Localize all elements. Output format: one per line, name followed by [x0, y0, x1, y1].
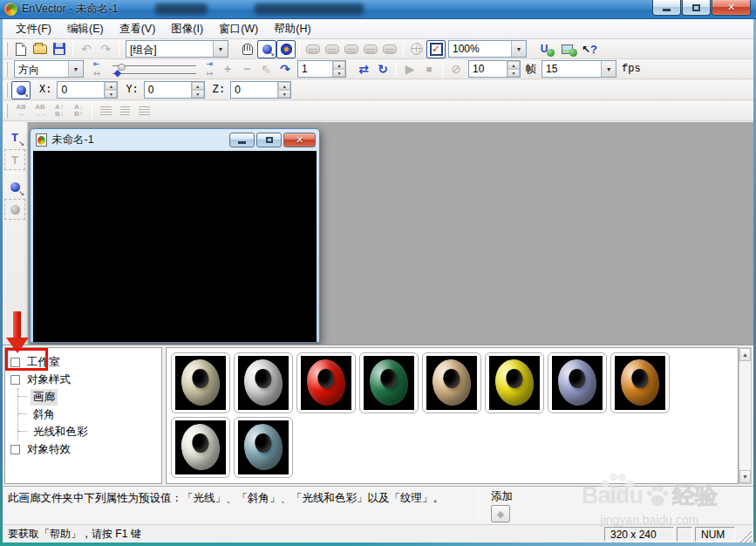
length-spinner[interactable]: 10 ▲▼: [468, 60, 521, 78]
menu-help[interactable]: 帮助(H): [266, 19, 318, 39]
record-button[interactable]: ⊘: [446, 60, 466, 78]
kerning-button[interactable]: AB →←: [31, 102, 50, 120]
maximize-button[interactable]: [682, 0, 711, 16]
spin-down-icon[interactable]: ▼: [105, 90, 117, 98]
doc-minimize-button[interactable]: [229, 133, 255, 147]
toolbar-grip[interactable]: [5, 42, 8, 57]
spin-down-icon[interactable]: ▼: [333, 69, 345, 77]
spin-up-icon[interactable]: ▲: [192, 82, 204, 90]
redo-button[interactable]: ↷: [96, 40, 115, 58]
dropdown-arrow-icon[interactable]: ▼: [68, 61, 83, 77]
menu-window[interactable]: 窗口(W): [211, 19, 266, 39]
gallery-item-cream-ring[interactable]: [171, 352, 230, 413]
export-url-button[interactable]: U: [535, 40, 554, 58]
gallery-item-periwinkle-ring[interactable]: [548, 352, 607, 413]
minimize-button[interactable]: [652, 0, 681, 16]
stop-button[interactable]: ■: [419, 60, 439, 78]
motion-path-button[interactable]: ↷: [276, 60, 295, 78]
slider-track-bottom[interactable]: [112, 73, 196, 74]
undo-button[interactable]: ↶: [77, 40, 96, 58]
menu-file[interactable]: 文件(F): [8, 19, 59, 39]
z-spinner[interactable]: 0 ▲▼: [230, 81, 291, 99]
web-preview-button[interactable]: [407, 40, 426, 58]
tree-expander-icon[interactable]: [10, 375, 20, 385]
toolbar-grip[interactable]: [5, 62, 8, 77]
close-button[interactable]: ✕: [712, 0, 751, 16]
gallery-scrollbar[interactable]: ▲ ▼: [739, 347, 752, 484]
clear-keyframes-button[interactable]: ⇖: [256, 60, 276, 78]
gallery-item-orange-ring[interactable]: [610, 352, 670, 413]
edit-text-button[interactable]: T: [4, 149, 25, 170]
spin-down-icon[interactable]: ▼: [278, 90, 290, 98]
y-spinner[interactable]: 0 ▲▼: [144, 81, 205, 99]
scroll-down-button[interactable]: ▼: [739, 470, 751, 483]
dropdown-arrow-icon[interactable]: ▼: [213, 41, 228, 57]
position-mode-button[interactable]: ↘: [11, 81, 31, 99]
dropdown-arrow-icon[interactable]: ▼: [511, 41, 526, 57]
spin-down-icon[interactable]: ▼: [192, 90, 204, 98]
insert-text-button[interactable]: T↘: [4, 126, 25, 147]
gallery-item-steelblue-ring[interactable]: [234, 417, 293, 478]
tree-item-studio[interactable]: 工作室: [10, 353, 160, 371]
spin-up-icon[interactable]: ▲: [105, 82, 117, 90]
tree-item-gallery[interactable]: 画廊: [18, 388, 160, 406]
document-title-bar[interactable]: 未命名-1 ✕: [31, 129, 319, 151]
timeline-slider[interactable]: ◆: [102, 60, 205, 78]
zoom-object-button[interactable]: [276, 40, 296, 58]
letter-spacing-button[interactable]: AB ↔: [11, 102, 31, 120]
doc-restore-button[interactable]: [256, 133, 282, 147]
new-button[interactable]: [11, 40, 31, 58]
gallery-item-gold-ring[interactable]: [422, 352, 481, 413]
frame-spinner[interactable]: 1 ▲▼: [297, 60, 346, 78]
loop-button[interactable]: ⇄: [354, 60, 373, 78]
spin-up-icon[interactable]: ▲: [507, 61, 520, 69]
save-button[interactable]: [50, 40, 69, 58]
render-mode-3-button[interactable]: [342, 40, 361, 58]
gallery-item-green-ring[interactable]: [359, 352, 419, 413]
context-help-button[interactable]: ↖?: [580, 40, 599, 58]
rotate-loop-button[interactable]: ↻: [373, 60, 392, 78]
menu-view[interactable]: 查看(V): [112, 19, 164, 39]
tree-item-bevel[interactable]: 斜角: [18, 406, 160, 423]
jump-fwd-icon[interactable]: ↦: [207, 70, 214, 78]
gallery-item-pearl-ring[interactable]: [171, 417, 230, 478]
direction-combo[interactable]: 方向 ▼: [14, 60, 84, 78]
step-end-icon[interactable]: ⇥: [207, 60, 214, 68]
baseline-down-button[interactable]: A↓ B↑: [69, 102, 88, 120]
tree-item-light-color[interactable]: 光线和色彩: [18, 423, 160, 440]
align-right-button[interactable]: [134, 102, 153, 120]
antialias-toggle-button[interactable]: ✓: [426, 40, 446, 58]
baseline-up-button[interactable]: A↑ B↓: [50, 102, 69, 120]
step-fwd-group[interactable]: ⇥ ↦: [207, 60, 214, 78]
tree-expander-icon[interactable]: [10, 358, 20, 367]
x-spinner[interactable]: 0 ▲▼: [57, 81, 118, 99]
insert-object-button[interactable]: ↘: [4, 176, 25, 197]
scroll-up-button[interactable]: ▲: [739, 348, 751, 361]
jump-back-icon[interactable]: ↤: [93, 70, 100, 78]
spin-down-icon[interactable]: ▼: [507, 69, 520, 77]
render-mode-1-button[interactable]: [303, 40, 323, 58]
tree-item-object-fx[interactable]: 对象特效: [10, 440, 160, 458]
group-combo[interactable]: [组合] ▼: [126, 40, 228, 58]
toolbar-grip[interactable]: [5, 83, 8, 98]
gallery-item-red-ring[interactable]: [296, 352, 356, 413]
toolbar-grip[interactable]: [5, 104, 8, 119]
add-button[interactable]: ◆: [491, 505, 510, 522]
tree-expander-icon[interactable]: [10, 445, 20, 454]
doc-close-button[interactable]: ✕: [283, 133, 316, 147]
zoom-combo[interactable]: 100% ▼: [448, 40, 527, 58]
spin-up-icon[interactable]: ▲: [333, 61, 345, 69]
align-center-button[interactable]: [115, 102, 134, 120]
menu-image[interactable]: 图像(I): [163, 19, 211, 39]
add-keyframe-button[interactable]: +: [218, 60, 237, 78]
dropdown-arrow-icon[interactable]: ▼: [601, 61, 616, 77]
resize-grip[interactable]: [738, 529, 752, 543]
spin-up-icon[interactable]: ▲: [278, 82, 290, 90]
keyframe-diamond-icon[interactable]: ◆: [114, 68, 121, 78]
render-mode-4-button[interactable]: [361, 40, 380, 58]
pan-button[interactable]: [238, 40, 257, 58]
canvas[interactable]: [33, 151, 317, 342]
align-left-button[interactable]: [96, 102, 115, 120]
export-image-button[interactable]: [557, 40, 576, 58]
fps-combo[interactable]: 15 ▼: [541, 60, 616, 78]
